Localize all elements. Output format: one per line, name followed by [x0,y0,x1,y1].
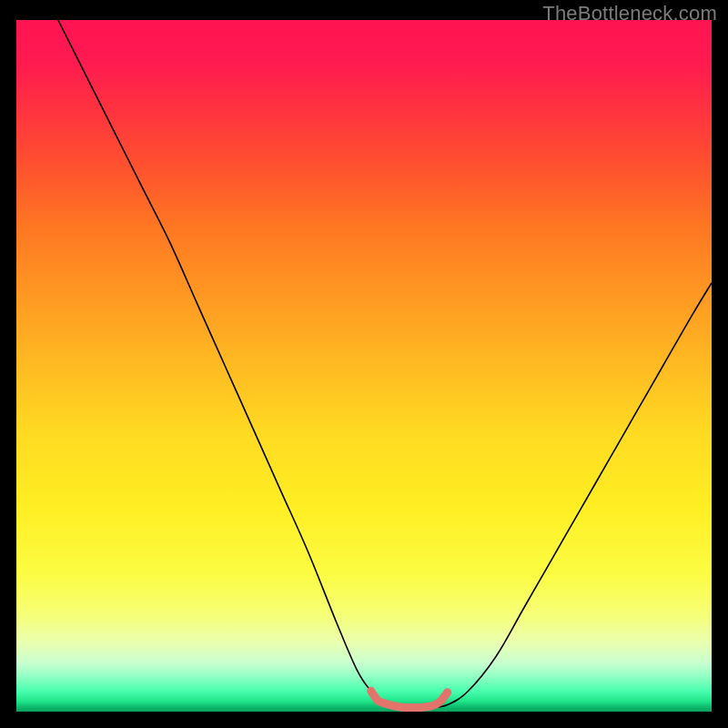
bottleneck-curve [58,20,712,708]
optimal-zone-highlight [371,691,448,707]
chart-frame: TheBottleneck.com [0,0,728,728]
watermark-text: TheBottleneck.com [542,2,717,25]
chart-overlay [16,20,712,712]
